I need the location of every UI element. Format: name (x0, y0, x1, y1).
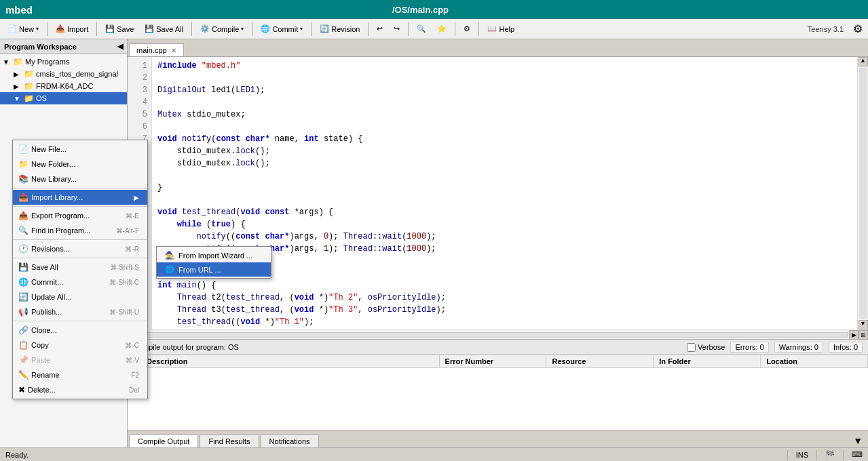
verbose-checkbox[interactable] (687, 343, 696, 352)
sidebar: Program Workspace ◀ ▼ 📁 My Programs ▶ 📁 … (0, 39, 128, 447)
new-icon: 📄 (7, 24, 17, 33)
expand-icon[interactable]: ▶ (14, 83, 22, 90)
code-editor: 1 2 3 4 5 6 7 8 9 10 11 12 13 14 15 16 1 (128, 57, 868, 329)
redo-button[interactable]: ↪ (389, 22, 404, 35)
sidebar-item-my-programs[interactable]: ▼ 📁 My Programs (0, 56, 127, 68)
search-button[interactable]: 🔍 (412, 22, 431, 35)
search-icon: 🔍 (417, 24, 426, 33)
tab-label: Compile Output (138, 437, 189, 445)
menu-save-all[interactable]: 💾Save All ⌘-Shift-S (13, 260, 147, 275)
menu-find-in-program[interactable]: 🔍Find in Program... ⌘-Alt-F (13, 223, 147, 238)
new-button[interactable]: 📄 New ▾ (3, 22, 43, 35)
tab-main-cpp[interactable]: main.cpp ✕ (129, 43, 184, 56)
code-content[interactable]: #include "mbed.h" DigitalOut led1(LED1);… (152, 57, 857, 329)
line-num: 5 (132, 108, 147, 121)
col-resource[interactable]: Resource (546, 355, 654, 367)
menu-commit[interactable]: 🌐Commit... ⌘-Shift-C (13, 275, 147, 289)
horizontal-scrollbar[interactable]: ◀ ▶ ⊞ (128, 329, 868, 339)
commit-icon: 🌐 (18, 277, 29, 287)
keyboard-icon: ⌨ (852, 450, 863, 459)
tab-close-icon[interactable]: ✕ (171, 47, 176, 54)
scroll-down-btn[interactable]: ▼ (858, 320, 868, 329)
folder-icon: 📁 (24, 69, 34, 79)
menu-new-folder[interactable]: 📁New Folder... (13, 157, 147, 172)
menu-export-program[interactable]: 📤Export Program... ⌘-E (13, 208, 147, 223)
errors-badge: Errors: 0 (730, 342, 768, 353)
paste-icon: 📌 (18, 355, 29, 365)
sidebar-collapse-icon[interactable]: ◀ (117, 42, 123, 51)
commit-button[interactable]: 🌐 Commit ▾ (256, 22, 307, 35)
infos-badge: Infos: 0 (829, 342, 863, 353)
menu-paste: 📌Paste ⌘-V (13, 353, 147, 367)
expand-icon[interactable]: ▼ (3, 58, 11, 66)
settings-button[interactable]: ⚙ (459, 22, 475, 35)
menu-publish[interactable]: 📢Publish... ⌘-Shift-U (13, 304, 147, 319)
menu-shortcut: F2 (131, 372, 139, 379)
tab-label: main.cpp (136, 46, 167, 54)
menu-update-all[interactable]: 🔄Update All... (13, 289, 147, 304)
verbose-checkbox-area[interactable]: Verbose (687, 343, 725, 352)
expand-panel-icon[interactable]: ▼ (849, 434, 867, 447)
panel-toggle-icon[interactable]: ⊞ (858, 330, 868, 340)
menu-clone[interactable]: 🔗Clone... (13, 323, 147, 338)
vertical-scrollbar[interactable]: ▲ ▼ (857, 57, 868, 329)
sidebar-item-os[interactable]: ▼ 📁 OS (0, 92, 127, 104)
compile-output-title: Compile output for program: OS (133, 343, 239, 351)
scroll-track[interactable] (138, 332, 848, 338)
tab-compile-output[interactable]: Compile Output (129, 435, 198, 447)
revision-icon: 🔄 (320, 24, 329, 33)
scroll-up-btn[interactable]: ▲ (858, 57, 868, 66)
editor-container: main.cpp ✕ 1 2 3 4 5 6 7 8 9 10 11 12 (128, 39, 868, 447)
commit-dropdown-arrow[interactable]: ▾ (300, 26, 303, 32)
menu-new-file[interactable]: 📄New File... (13, 142, 147, 157)
col-error-number[interactable]: Error Number (440, 355, 547, 367)
submenu-from-wizard[interactable]: 🧙 From Import Wizard ... (157, 248, 271, 262)
undo-icon: ↩ (377, 24, 383, 33)
import-icon: 📥 (56, 24, 65, 33)
tab-notifications[interactable]: Notifications (261, 435, 319, 447)
status-sep2 (816, 450, 817, 460)
menu-revisions[interactable]: 🕐Revisions... ⌘-R (13, 241, 147, 256)
sidebar-item-label: FRDM-K64_ADC (36, 82, 93, 90)
revision-button[interactable]: 🔄 Revision (315, 22, 364, 35)
compile-button[interactable]: ⚙️ Compile ▾ (195, 22, 248, 35)
status-sep1 (787, 450, 788, 460)
expand-icon[interactable]: ▶ (14, 71, 22, 78)
new-dropdown-arrow[interactable]: ▾ (36, 26, 39, 32)
sidebar-item-frdm[interactable]: ▶ 📁 FRDM-K64_ADC (0, 80, 127, 92)
sep5 (311, 22, 312, 36)
app-name: mbed (5, 4, 33, 16)
scroll-track[interactable] (859, 68, 867, 319)
sep2 (96, 22, 97, 36)
import-button[interactable]: 📥 Import (51, 22, 93, 35)
ins-mode: INS (796, 451, 808, 459)
menu-delete[interactable]: ✖Delete... Del (13, 382, 147, 397)
device-settings-icon[interactable]: ⚙ (850, 21, 865, 37)
compile-dropdown-arrow[interactable]: ▾ (241, 26, 244, 32)
menu-import-library[interactable]: 📥Import Library... ▶ (13, 190, 147, 205)
menu-rename[interactable]: ✏️Rename F2 (13, 367, 147, 382)
submenu-from-url[interactable]: 🌐 From URL ... (157, 262, 271, 277)
title-bar: mbed /OS/main.cpp (0, 0, 868, 19)
col-location[interactable]: Location (761, 355, 868, 367)
new-library-icon: 📚 (18, 174, 29, 184)
submenu-label: From URL ... (178, 266, 221, 274)
col-in-folder[interactable]: In Folder (654, 355, 761, 367)
tab-find-results[interactable]: Find Results (200, 435, 259, 447)
editor-area: main.cpp ✕ 1 2 3 4 5 6 7 8 9 10 11 12 (128, 39, 868, 339)
menu-shortcut: ⌘-R (125, 245, 139, 253)
expand-icon[interactable]: ▼ (14, 95, 22, 102)
help-button[interactable]: 📖 Help (483, 22, 519, 35)
scroll-right-btn[interactable]: ▶ (849, 330, 858, 340)
bookmark-button[interactable]: ⭐ (432, 22, 451, 35)
sep4 (252, 22, 252, 36)
save-button[interactable]: 💾 Save (100, 22, 138, 35)
col-description[interactable]: Description (141, 355, 440, 367)
undo-button[interactable]: ↩ (372, 22, 388, 35)
save-all-button[interactable]: 💾 Save All (140, 22, 188, 35)
sidebar-item-cmsis[interactable]: ▶ 📁 cmsis_rtos_demo_signal (0, 68, 127, 80)
verbose-label: Verbose (698, 343, 725, 351)
menu-copy[interactable]: 📋Copy ⌘-C (13, 338, 147, 353)
menu-new-library[interactable]: 📚New Library... (13, 172, 147, 186)
commit-icon: 🌐 (261, 24, 270, 33)
